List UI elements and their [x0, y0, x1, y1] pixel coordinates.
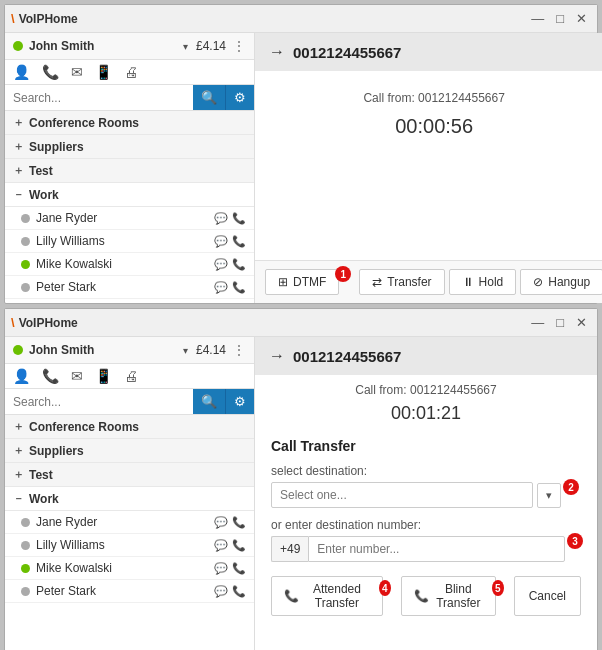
window-controls: — □ ✕ [527, 12, 591, 25]
group-conference-rooms[interactable]: ＋ Conference Rooms [5, 111, 254, 135]
call-number-1: 0012124455667 [293, 44, 401, 61]
select-dropdown-button[interactable]: ▾ [537, 483, 561, 508]
group-conference-rooms-2[interactable]: ＋ Conference Rooms [5, 415, 254, 439]
phone-icon[interactable]: 📞 [232, 539, 246, 552]
phone-icon[interactable]: 📞 [232, 258, 246, 271]
chat-icon[interactable]: 💬 [214, 539, 228, 552]
transfer-button[interactable]: ⇄ Transfer [359, 269, 444, 295]
user-bar-2: John Smith ▾ £4.14 ⋮ [5, 337, 254, 364]
enter-number-section: or enter destination number: +49 3 [271, 518, 581, 562]
call-number-2: 0012124455667 [293, 348, 401, 365]
chat-icon[interactable]: 💬 [214, 585, 228, 598]
contact-name: Mike Kowalski [36, 257, 214, 271]
number-badge: 3 [567, 533, 583, 549]
blind-badge: 5 [492, 580, 504, 596]
group-label: Suppliers [29, 140, 246, 154]
phone-icon[interactable]: 📞 [232, 212, 246, 225]
mobile-icon-2[interactable]: 📱 [95, 368, 112, 384]
group-work-2[interactable]: － Work [5, 487, 254, 511]
search-input-2[interactable] [5, 390, 193, 414]
close-button-2[interactable]: ✕ [572, 316, 591, 329]
user-more-button[interactable]: ⋮ [232, 38, 246, 54]
group-label: Work [29, 492, 246, 506]
app-logo-2: \ [11, 315, 15, 330]
contacts-icon[interactable]: 👤 [13, 64, 30, 80]
phone-icon-2[interactable]: 📞 [42, 368, 59, 384]
select-badge: 2 [563, 479, 579, 495]
call-info-area-2: → 0012124455667 Call from: 0012124455667… [255, 337, 597, 424]
group-suppliers-2[interactable]: ＋ Suppliers [5, 439, 254, 463]
group-test[interactable]: ＋ Test [5, 159, 254, 183]
transfer-action-bar: 📞 Attended Transfer 4 📞 Blind Transfer 5… [271, 576, 581, 616]
cancel-button[interactable]: Cancel [514, 576, 581, 616]
hold-button[interactable]: ⏸ Hold [449, 269, 517, 295]
attended-transfer-icon: 📞 [284, 589, 299, 603]
user-dropdown-arrow[interactable]: ▾ [183, 41, 188, 52]
group-expand-icon: ＋ [13, 163, 24, 178]
chat-icon[interactable]: 💬 [214, 212, 228, 225]
contact-row-lilly-2: Lilly Williams 💬 📞 [5, 534, 254, 557]
call-from-label-2: Call from: 0012124455667 [269, 383, 583, 397]
phone-icon[interactable]: 📞 [232, 516, 246, 529]
search-button-2[interactable]: 🔍 [193, 389, 225, 414]
search-button-1[interactable]: 🔍 [193, 85, 225, 110]
contact-status-dot [21, 518, 30, 527]
dtmf-icon: ⊞ [278, 275, 288, 289]
messages-icon-2[interactable]: ✉ [71, 368, 83, 384]
hangup-button[interactable]: ⊘ Hangup [520, 269, 602, 295]
search-input-1[interactable] [5, 86, 193, 110]
maximize-button-2[interactable]: □ [552, 316, 568, 329]
user-more-button-2[interactable]: ⋮ [232, 342, 246, 358]
close-button[interactable]: ✕ [572, 12, 591, 25]
user-dropdown-arrow-2[interactable]: ▾ [183, 345, 188, 356]
messages-icon[interactable]: ✉ [71, 64, 83, 80]
right-panel-2: → 0012124455667 Call from: 0012124455667… [255, 337, 597, 650]
hangup-label: Hangup [548, 275, 590, 289]
search-gear-button-1[interactable]: ⚙ [225, 85, 254, 110]
group-test-2[interactable]: ＋ Test [5, 463, 254, 487]
enter-number-label: or enter destination number: [271, 518, 581, 532]
group-suppliers[interactable]: ＋ Suppliers [5, 135, 254, 159]
dtmf-label: DTMF [293, 275, 326, 289]
app-logo: \ [11, 11, 15, 26]
call-from-area-2: Call from: 0012124455667 00:01:21 [255, 375, 597, 424]
chat-icon[interactable]: 💬 [214, 281, 228, 294]
group-work[interactable]: － Work [5, 183, 254, 207]
destination-number-input[interactable] [308, 536, 565, 562]
chat-icon[interactable]: 💬 [214, 516, 228, 529]
contact-name: Lilly Williams [36, 234, 214, 248]
select-row: ▾ 2 [271, 482, 581, 508]
search-gear-button-2[interactable]: ⚙ [225, 389, 254, 414]
fax-icon-2[interactable]: 🖨 [124, 368, 138, 384]
minimize-button-2[interactable]: — [527, 316, 548, 329]
phone-icon[interactable]: 📞 [232, 281, 246, 294]
maximize-button[interactable]: □ [552, 12, 568, 25]
chat-icon[interactable]: 💬 [214, 258, 228, 271]
contact-list-2: ＋ Conference Rooms ＋ Suppliers ＋ Test － … [5, 415, 254, 650]
phone-icon[interactable]: 📞 [232, 562, 246, 575]
app-title: VoIPHome [19, 12, 528, 26]
contact-status-dot [21, 214, 30, 223]
group-expand-icon: ＋ [13, 139, 24, 154]
fax-icon[interactable]: 🖨 [124, 64, 138, 80]
phone-icon[interactable]: 📞 [42, 64, 59, 80]
destination-select[interactable] [271, 482, 533, 508]
dtmf-button[interactable]: ⊞ DTMF [265, 269, 339, 295]
contact-action-icons: 💬 📞 [214, 258, 246, 271]
contact-status-dot [21, 283, 30, 292]
blind-transfer-button[interactable]: 📞 Blind Transfer [401, 576, 496, 616]
sidebar-2: John Smith ▾ £4.14 ⋮ 👤 📞 ✉ 📱 🖨 🔍 ⚙ ＋ [5, 337, 255, 650]
transfer-icon: ⇄ [372, 275, 382, 289]
phone-icon[interactable]: 📞 [232, 235, 246, 248]
minimize-button[interactable]: — [527, 12, 548, 25]
chat-icon[interactable]: 💬 [214, 562, 228, 575]
mobile-icon[interactable]: 📱 [95, 64, 112, 80]
chat-icon[interactable]: 💬 [214, 235, 228, 248]
contact-action-icons: 💬 📞 [214, 281, 246, 294]
app-title-2: VoIPHome [19, 316, 528, 330]
phone-icon[interactable]: 📞 [232, 585, 246, 598]
user-status-dot-2 [13, 345, 23, 355]
user-balance-2: £4.14 [196, 343, 226, 357]
contacts-icon-2[interactable]: 👤 [13, 368, 30, 384]
attended-transfer-button[interactable]: 📞 Attended Transfer [271, 576, 383, 616]
